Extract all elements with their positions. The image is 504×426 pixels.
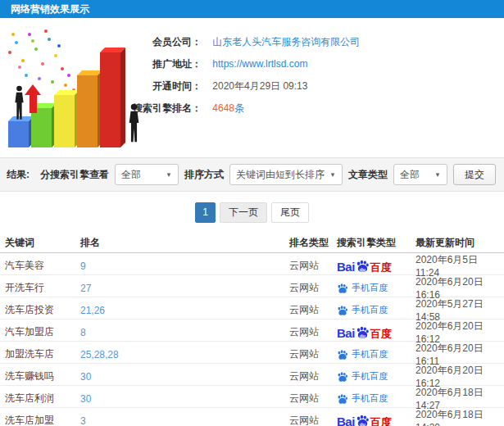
baidu-paw-icon: du	[356, 259, 370, 273]
submit-button[interactable]: 提交	[453, 164, 496, 185]
baidu-logo: Bai du 百度	[337, 414, 392, 426]
sort-filter-label: 排序方式	[184, 168, 224, 182]
rank-link[interactable]: 27	[80, 283, 91, 294]
engine-filter-label: 分搜索引擎查看	[40, 168, 109, 182]
baidu-paw-icon: du	[356, 325, 370, 339]
company-link[interactable]: 山东老人头汽车服务咨询有限公司	[212, 36, 360, 48]
engine-cell: Bai du 百度	[337, 282, 415, 294]
rank-cell: 30	[80, 371, 289, 383]
page-1-button[interactable]: 1	[195, 202, 216, 223]
table-row: 洗车赚钱吗 30 云网站 Bai du 百度	[0, 364, 504, 386]
chevron-down-icon: ▼	[329, 171, 336, 179]
rank-count-unit: 条	[234, 102, 244, 114]
baidu-logo: Bai du 百度	[337, 325, 392, 339]
col-header-rank-type: 排名类型	[289, 236, 337, 250]
bar-red	[100, 52, 120, 147]
confetti-decoration	[7, 26, 10, 29]
engine-cell: Bai du 百度	[337, 414, 415, 426]
mobile-baidu-logo: 手机百度	[337, 370, 388, 383]
rank-cell: 27	[80, 283, 289, 294]
member-info-section: 会员公司： 山东老人头汽车服务咨询有限公司 推广地址： https://www.…	[0, 18, 504, 157]
rank-link[interactable]: 25,28,28	[80, 349, 119, 360]
rank-type-cell: 云网站	[289, 392, 337, 406]
growth-chart-illustration	[3, 25, 144, 149]
baidu-logo: Bai du 百度	[337, 259, 392, 273]
rank-cell: 9	[80, 261, 289, 272]
keyword-cell: 洗车店加盟	[5, 414, 80, 426]
table-row: 洗车店加盟 3 云网站 Bai du 百度	[0, 408, 504, 426]
rank-link[interactable]: 3	[80, 415, 86, 426]
engine-cell: Bai du 百度	[337, 392, 415, 405]
businessman-icon	[12, 85, 26, 121]
keyword-cell: 洗车店利润	[5, 392, 80, 406]
sort-select-value: 关键词由短到长排序	[236, 168, 325, 182]
keyword-cell: 洗车赚钱吗	[5, 369, 80, 383]
ranking-table: 关键词 排名 排名类型 搜索引擎类型 最新更新时间 汽车美容 9 云网站 Bai…	[0, 233, 504, 426]
mobile-baidu-paw-icon	[337, 371, 348, 383]
rank-cell: 30	[80, 393, 289, 405]
chevron-down-icon: ▼	[166, 171, 172, 179]
mobile-baidu-label: 手机百度	[352, 282, 388, 294]
table-row: 洗车店利润 30 云网站 Bai du 百度	[0, 386, 504, 408]
article-type-label: 文章类型	[348, 168, 388, 182]
bar-green	[31, 108, 52, 147]
table-row: 汽车美容 9 云网站 Bai du 百度	[0, 253, 504, 275]
rank-type-cell: 云网站	[289, 369, 337, 383]
sort-select[interactable]: 关键词由短到长排序 ▼	[229, 164, 343, 185]
rank-link[interactable]: 30	[80, 371, 91, 383]
rank-cell: 3	[80, 415, 289, 426]
promo-url-link[interactable]: https://www.lrtlsd.com	[212, 58, 307, 70]
table-row: 洗车店投资 21,26 云网站 Bai du 百度	[0, 297, 504, 320]
mobile-baidu-logo: 手机百度	[337, 348, 388, 360]
engine-cell: Bai du 百度	[337, 348, 415, 360]
engine-select[interactable]: 全部 ▼	[115, 164, 179, 185]
last-page-button[interactable]: 尾页	[271, 202, 309, 223]
rank-type-cell: 云网站	[289, 259, 337, 273]
filter-bar: 结果: 分搜索引擎查看 全部 ▼ 排序方式 关键词由短到长排序 ▼ 文章类型 全…	[0, 157, 504, 192]
next-page-button[interactable]: 下一页	[220, 202, 267, 223]
mobile-baidu-label: 手机百度	[352, 370, 388, 383]
mobile-baidu-label: 手机百度	[352, 304, 388, 316]
keyword-cell: 开洗车行	[5, 281, 80, 295]
table-header-row: 关键词 排名 排名类型 搜索引擎类型 最新更新时间	[0, 233, 504, 253]
baidu-paw-icon: du	[356, 414, 370, 426]
engine-select-value: 全部	[121, 168, 141, 182]
article-type-select-value: 全部	[400, 168, 420, 182]
rank-link[interactable]: 30	[80, 393, 91, 405]
engine-cell: Bai du 百度	[337, 259, 415, 273]
rank-type-cell: 云网站	[289, 281, 337, 295]
col-header-rank: 排名	[80, 236, 289, 250]
updated-cell: 2020年6月18日 14:30	[415, 408, 504, 426]
bar-blue	[8, 121, 29, 147]
chevron-down-icon: ▼	[434, 171, 441, 179]
rank-cell: 8	[80, 327, 289, 338]
mobile-baidu-label: 手机百度	[352, 348, 388, 360]
mobile-baidu-paw-icon	[337, 393, 348, 405]
col-header-engine-type: 搜索引擎类型	[337, 236, 415, 250]
rank-link[interactable]: 9	[80, 261, 86, 272]
mobile-baidu-label: 手机百度	[352, 392, 388, 405]
mobile-baidu-paw-icon	[337, 305, 348, 316]
col-header-updated: 最新更新时间	[415, 236, 504, 250]
result-label: 结果:	[7, 168, 30, 182]
mobile-baidu-logo: 手机百度	[337, 282, 388, 294]
mobile-baidu-logo: 手机百度	[337, 304, 388, 316]
open-time-value: 2020年4月29日 09:13	[212, 80, 307, 92]
bar-yellow	[54, 95, 75, 147]
rank-type-cell: 云网站	[289, 303, 337, 317]
keyword-cell: 汽车加盟店	[5, 325, 80, 339]
table-row: 加盟洗车店 25,28,28 云网站 Bai du 百度	[0, 342, 504, 364]
mobile-baidu-paw-icon	[337, 283, 348, 294]
rank-link[interactable]: 8	[80, 327, 86, 338]
keyword-cell: 汽车美容	[5, 259, 80, 273]
rank-link[interactable]: 21,26	[80, 305, 105, 316]
rank-type-cell: 云网站	[289, 325, 337, 339]
rank-count-number: 4648	[212, 102, 234, 114]
rank-cell: 21,26	[80, 305, 289, 316]
rank-type-cell: 云网站	[289, 347, 337, 361]
table-row: 汽车加盟店 8 云网站 Bai du 百度	[0, 320, 504, 342]
page-title: 网络营销效果展示	[11, 3, 89, 15]
table-body: 汽车美容 9 云网站 Bai du 百度	[0, 253, 504, 426]
bar-orange	[77, 75, 98, 147]
article-type-select[interactable]: 全部 ▼	[393, 164, 447, 185]
